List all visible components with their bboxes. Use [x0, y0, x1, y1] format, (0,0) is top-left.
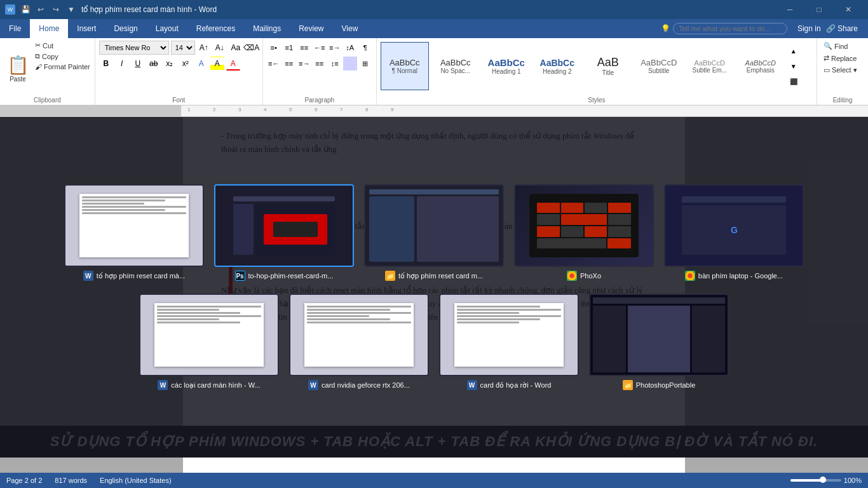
switcher-item-explorer1[interactable]: 📁 tổ hợp phím reset card m...: [364, 184, 504, 281]
switcher-thumb-word1: [64, 184, 204, 267]
ruler-mark: 6: [315, 107, 317, 112]
styles-expand[interactable]: ⬛: [787, 75, 800, 88]
font-color-button[interactable]: A: [226, 57, 240, 71]
menu-view[interactable]: View: [333, 19, 367, 38]
switcher-item-word4[interactable]: W card đồ họa rời - Word: [439, 294, 579, 390]
highlight-button[interactable]: A: [210, 57, 224, 71]
font-row2: B I U ab x₂ x² A A A: [99, 57, 259, 71]
styles-scroll-up[interactable]: ▲: [787, 44, 800, 57]
switcher-item-chrome[interactable]: G bàn phím laptop - Google...: [664, 184, 804, 281]
thumb-file-explorer: [365, 186, 503, 266]
justify-button[interactable]: ≡≡: [313, 57, 327, 71]
thumb-fe-sidebar: [369, 196, 414, 262]
minimize-button[interactable]: ─: [775, 0, 804, 19]
redo-button[interactable]: ↪: [50, 3, 62, 16]
multilevel-list-button[interactable]: ≡≡: [297, 41, 311, 55]
bullets-button[interactable]: ≡•: [267, 41, 281, 55]
menu-layout[interactable]: Layout: [147, 19, 187, 38]
menu-insert[interactable]: Insert: [68, 19, 105, 38]
switcher-item-pp[interactable]: 📁 PhotoshopPortable: [589, 294, 729, 390]
style-heading1[interactable]: AaBbCc Heading 1: [482, 42, 531, 90]
thumb-doc-inner-2: [154, 303, 264, 367]
style-nospace[interactable]: AaBbCc No Spac...: [431, 42, 480, 90]
thumb-google: G: [665, 186, 803, 266]
paste-button[interactable]: 📋 Paste: [3, 41, 33, 96]
numbering-button[interactable]: ≡1: [282, 41, 296, 55]
align-center-button[interactable]: ≡≡: [282, 57, 296, 71]
copy-button[interactable]: ⧉ Copy: [33, 51, 92, 61]
style-emphasis-preview: AaBbCcD: [745, 59, 776, 67]
maximize-button[interactable]: □: [804, 0, 834, 19]
style-emphasis[interactable]: AaBbCcD Emphasis: [736, 42, 785, 90]
close-button[interactable]: ✕: [834, 0, 863, 19]
decrease-font-button[interactable]: A↓: [213, 41, 227, 55]
bold-button[interactable]: B: [99, 57, 113, 71]
style-normal[interactable]: AaBbCc ¶ Normal: [381, 42, 429, 90]
menu-file[interactable]: File: [0, 19, 30, 38]
switcher-item-word2[interactable]: W các loại card màn hình - W...: [139, 294, 279, 390]
menu-design[interactable]: Design: [105, 19, 146, 38]
alt-tab-switcher[interactable]: W tổ hợp phím reset card mà...: [0, 117, 868, 458]
styles-scroll-down[interactable]: ▼: [787, 60, 800, 72]
ruler-mark: 1: [187, 107, 190, 112]
share-button[interactable]: 🔗 Share: [826, 24, 858, 33]
switcher-name-explorer1: tổ hợp phím reset card m...: [398, 272, 483, 280]
style-normal-label: ¶ Normal: [392, 67, 417, 74]
increase-indent-button[interactable]: ≡→: [328, 41, 342, 55]
switcher-label-row: 📁 tổ hợp phím reset card m...: [385, 271, 483, 281]
style-title[interactable]: AaB Title: [584, 42, 632, 90]
thumb-line: [457, 309, 562, 311]
menu-home[interactable]: Home: [30, 19, 68, 38]
menu-mailings[interactable]: Mailings: [244, 19, 290, 38]
subscript-button[interactable]: x₂: [163, 57, 177, 71]
switcher-item-photoshop[interactable]: Ps to-hop-phim-reset-card-m...: [214, 184, 354, 281]
text-effect-button[interactable]: A: [194, 57, 208, 71]
sign-in-button[interactable]: Sign in: [797, 24, 821, 33]
save-button[interactable]: 💾: [19, 3, 32, 16]
italic-button[interactable]: I: [115, 57, 129, 71]
ruler-left-margin: [0, 105, 181, 116]
style-subtitle[interactable]: AaBbCcD Subtitle: [635, 42, 683, 90]
style-heading2[interactable]: AaBbCc Heading 2: [533, 42, 581, 90]
change-case-button[interactable]: Aa: [229, 41, 243, 55]
styles-group: AaBbCc ¶ Normal AaBbCc No Spac... AaBbCc…: [377, 38, 817, 105]
style-heading1-preview: AaBbCc: [488, 57, 525, 68]
border-button[interactable]: ⊞: [358, 57, 372, 71]
strikethrough-button[interactable]: ab: [147, 57, 161, 71]
sort-button[interactable]: ↕A: [343, 41, 357, 55]
zoom-control[interactable]: 100%: [790, 477, 862, 484]
thumb-pp-bar: [593, 297, 725, 304]
align-left-button[interactable]: ≡←: [267, 57, 281, 71]
tell-me-input[interactable]: [673, 23, 787, 34]
align-right-button[interactable]: ≡→: [297, 57, 311, 71]
clear-format-button[interactable]: ⌫A: [245, 41, 259, 55]
font-name-select[interactable]: Times New Ro: [99, 41, 169, 55]
show-marks-button[interactable]: ¶: [358, 41, 372, 55]
style-subtleemphasis[interactable]: AaBbCcD Subtle Em...: [686, 42, 734, 90]
menu-references[interactable]: References: [187, 19, 244, 38]
increase-font-button[interactable]: A↑: [197, 41, 211, 55]
superscript-button[interactable]: x²: [179, 57, 193, 71]
line-spacing-button[interactable]: ↕≡: [328, 57, 342, 71]
menu-review[interactable]: Review: [290, 19, 332, 38]
chrome-app-icon: [567, 271, 577, 281]
cut-button[interactable]: ✂ Cut: [33, 41, 92, 50]
ruler-mark: 7: [340, 107, 342, 112]
font-size-select[interactable]: 14: [171, 41, 195, 55]
zoom-thumb: [820, 477, 826, 483]
sign-in-area: Sign in 🔗 Share: [787, 19, 868, 38]
customize-quick-access[interactable]: ▼: [65, 3, 78, 16]
select-button[interactable]: ▭ Select ▾: [821, 65, 864, 76]
find-button[interactable]: 🔍 Find: [821, 41, 864, 51]
decrease-indent-button[interactable]: ←≡: [313, 41, 327, 55]
lightbulb-icon: 💡: [661, 24, 670, 33]
undo-button[interactable]: ↩: [34, 3, 47, 16]
replace-button[interactable]: ⇄ Replace: [821, 53, 864, 64]
underline-button[interactable]: U: [131, 57, 145, 71]
switcher-item-word3[interactable]: W card nvidia geforce rtx 206...: [289, 294, 429, 390]
format-painter-button[interactable]: 🖌 Format Painter: [33, 62, 92, 71]
find-label: Find: [834, 43, 848, 50]
switcher-item-phoxo[interactable]: PhoXo: [514, 184, 654, 281]
shading-button[interactable]: [343, 57, 357, 71]
switcher-item-word1[interactable]: W tổ hợp phím reset card mà...: [64, 184, 204, 281]
